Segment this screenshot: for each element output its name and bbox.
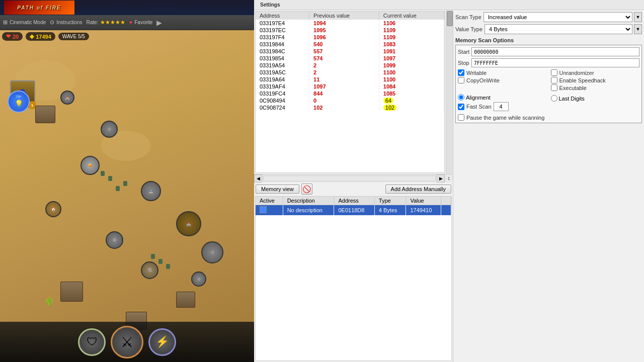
play-icon: ▶	[156, 19, 162, 27]
ability-btn[interactable]: ⚡	[148, 328, 176, 356]
game-logo: PATH of FIRE	[4, 1, 74, 15]
tower[interactable]: ⚙	[191, 272, 206, 287]
sword-btn[interactable]: ⚔	[111, 326, 143, 358]
value-cell: 1749410	[406, 205, 441, 216]
scan-results-table-container[interactable]: Address Previous value Current value 033…	[255, 11, 445, 173]
tower[interactable]: ⚙	[201, 241, 223, 263]
star-rating[interactable]: ★★★★★	[100, 19, 125, 26]
scroll-right-btn[interactable]: ▶	[437, 174, 445, 183]
cinematic-mode-btn[interactable]: ⊞ Cinematic Mode	[3, 19, 46, 26]
address-list-container: Active Description Address Type Value	[255, 196, 452, 361]
tower[interactable]: ⚙	[101, 121, 118, 138]
extra-cell	[441, 205, 451, 216]
favorite-btn[interactable]: ♥ Favorite	[129, 20, 152, 25]
scan-table-row[interactable]: 0C908724 102 102	[256, 104, 444, 111]
hero-level: 1	[31, 103, 33, 108]
coin-icon: ◆	[30, 33, 34, 40]
gold-display: ◆ 17494	[26, 32, 55, 41]
scan-scrollbar-v[interactable]	[446, 10, 453, 174]
cannon-tower[interactable]: 🔫	[80, 156, 100, 175]
writable-checkbox[interactable]	[458, 69, 464, 76]
scan-table-row[interactable]: 033197F4 1096 1109	[256, 34, 444, 41]
ce-options-panel: Scan Type Increased value ▼ Value Type 4…	[453, 10, 644, 362]
col-value: Value	[406, 197, 441, 205]
scan-type-row: Scan Type Increased value ▼	[455, 12, 642, 22]
scan-table-row[interactable]: 03319A5C 2 1100	[256, 69, 444, 76]
start-input[interactable]	[471, 47, 639, 56]
clear-scan-btn[interactable]: 🚫	[301, 184, 312, 195]
scrollbar-thumb[interactable]	[447, 11, 453, 26]
alignment-group: Alignment	[458, 94, 547, 101]
col-type: Type	[374, 197, 406, 205]
address-list-row[interactable]: No description 0E0118D8 4 Bytes 1749410	[256, 205, 451, 216]
play-btn[interactable]: ▶	[156, 19, 162, 27]
scan-table-row[interactable]: 03319A54 2 1099	[256, 62, 444, 69]
prev-value-cell: 1094	[309, 20, 379, 27]
heart-icon: ❤	[6, 33, 11, 40]
stop-input[interactable]	[471, 58, 639, 67]
ce-scan-area: Address Previous value Current value 033…	[254, 10, 453, 362]
game-header: PATH of FIRE	[0, 0, 254, 15]
shield-btn[interactable]: 🛡	[78, 328, 106, 356]
scan-hscroll[interactable]	[263, 175, 436, 182]
scan-table-row[interactable]: 03319AF4 1097 1084	[256, 83, 444, 90]
left-options: Writable CopyOnWrite	[458, 69, 547, 92]
copy-on-write-label: CopyOnWrite	[466, 77, 500, 83]
options-two-col: Writable CopyOnWrite Unrandomizer	[458, 69, 639, 92]
executable-checkbox[interactable]	[551, 84, 557, 91]
highlighted-value: 64	[383, 98, 393, 104]
current-value: 1085	[383, 90, 395, 97]
scan-table-row[interactable]: 033197E4 1094 1106	[256, 20, 444, 27]
current-value: 1100	[383, 76, 395, 82]
fast-scan-input[interactable]	[494, 102, 509, 111]
scan-table-row[interactable]: 0C908494 0 64	[256, 97, 444, 104]
scan-type-arrow[interactable]: ▼	[634, 12, 642, 22]
tip-button[interactable]: TIP 💡	[8, 90, 30, 113]
big-tower[interactable]: 🏰	[176, 211, 201, 236]
tower[interactable]: 🏰	[60, 90, 74, 105]
memory-view-btn[interactable]: Memory view	[256, 185, 299, 194]
scan-table-row[interactable]: 03319844 540 1083	[256, 41, 444, 48]
hp-display: ❤ 20	[2, 32, 23, 41]
value-type-row: Value Type 4 Bytes ▼	[455, 24, 642, 34]
executable-label: Executable	[559, 85, 587, 91]
building	[35, 106, 55, 123]
value-type-arrow[interactable]: ▼	[634, 24, 642, 34]
speedhack-checkbox[interactable]	[551, 77, 557, 83]
unrandomizer-label: Unrandomizer	[559, 70, 594, 76]
tower[interactable]: 🏛	[106, 231, 123, 249]
tower[interactable]: 🏠	[45, 201, 61, 217]
add-address-btn[interactable]: Add Address Manually	[385, 185, 451, 194]
scan-type-select[interactable]: Increased value	[484, 12, 632, 22]
cactus: 🌵	[44, 297, 54, 306]
ce-main-area: Address Previous value Current value 033…	[254, 10, 644, 362]
memory-scan-options-box: Start Stop Writable	[455, 45, 642, 123]
copy-on-write-checkbox[interactable]	[458, 77, 464, 83]
tower[interactable]: 🏗	[141, 261, 158, 279]
game-viewport[interactable]: ❤ 20 ◆ 17494 WAVE 5/5 🧙 1	[0, 30, 254, 362]
instructions-label: Instructions	[56, 20, 82, 25]
tower[interactable]: 🏯	[141, 181, 161, 201]
last-digits-col: Last Digits	[551, 94, 640, 113]
unrandomizer-checkbox[interactable]	[551, 69, 557, 76]
alignment-radio-input[interactable]	[458, 94, 464, 101]
prev-value-cell: 1095	[309, 27, 379, 34]
current-value: 1091	[383, 48, 395, 54]
game-ui-top: ❤ 20 ◆ 17494 WAVE 5/5	[2, 32, 252, 41]
value-type-select[interactable]: 4 Bytes	[485, 24, 632, 34]
last-digits-radio-input[interactable]	[551, 95, 557, 102]
heart-icon: ♥	[129, 20, 132, 25]
instructions-btn[interactable]: ⊙ Instructions	[50, 19, 82, 26]
current-value: 1106	[383, 20, 395, 26]
favorite-label: Favorite	[134, 20, 152, 25]
scan-type-label: Scan Type	[455, 14, 481, 20]
scan-table-row[interactable]: 03319FC4 844 1085	[256, 90, 444, 97]
scan-table-row[interactable]: 0331984C 557 1091	[256, 48, 444, 55]
scan-table-row[interactable]: 03319A64 11 1100	[256, 76, 444, 83]
fast-scan-checkbox[interactable]	[458, 104, 464, 110]
scroll-left-btn[interactable]: ◀	[254, 174, 262, 183]
scan-table-row[interactable]: 033197EC 1095 1109	[256, 27, 444, 34]
scan-table-row[interactable]: 03319854 574 1097	[256, 55, 444, 62]
col-description: Description	[283, 197, 334, 205]
pause-checkbox[interactable]	[458, 114, 464, 121]
